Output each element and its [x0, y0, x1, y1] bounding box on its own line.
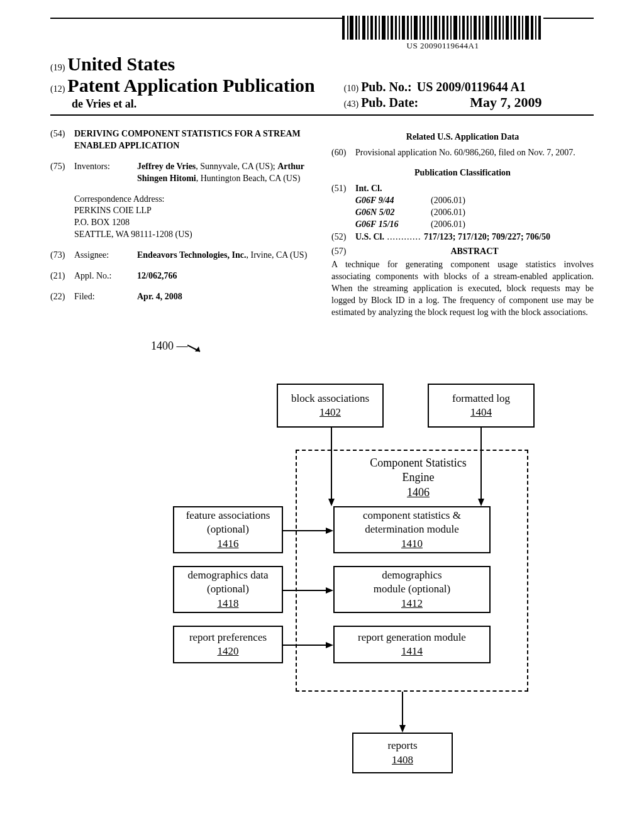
inid-43: (43) [344, 99, 358, 109]
biblio-left: (54) DERIVING COMPONENT STATISTICS FOR A… [50, 128, 313, 319]
publication-type: Patent Application Publication [67, 75, 314, 96]
svg-rect-16 [402, 16, 405, 40]
svg-rect-5 [358, 16, 360, 40]
arrow-icon [187, 343, 206, 355]
svg-rect-9 [375, 16, 377, 40]
svg-rect-32 [467, 16, 469, 40]
inid-73: (73) [50, 250, 74, 262]
svg-rect-47 [525, 16, 529, 40]
inid-22: (22) [50, 291, 74, 303]
biblio-right: Related U.S. Application Data (60) Provi… [331, 128, 594, 319]
pubdate-value: May 7, 2009 [470, 94, 541, 110]
svg-rect-44 [514, 16, 516, 40]
arrow-icon [477, 428, 486, 506]
svg-rect-39 [494, 16, 497, 40]
inid-75: (75) [50, 161, 74, 185]
svg-rect-50 [538, 16, 541, 40]
svg-rect-35 [479, 16, 480, 40]
svg-rect-33 [470, 16, 472, 40]
svg-rect-20 [419, 16, 421, 40]
svg-marker-62 [326, 642, 333, 648]
svg-marker-60 [326, 587, 333, 594]
svg-rect-8 [370, 16, 373, 40]
inid-21: (21) [50, 270, 74, 282]
figure-ref: 1400 — [151, 340, 188, 353]
svg-rect-7 [367, 16, 369, 40]
inid-10: (10) [344, 84, 358, 93]
intcl-row: G06F 9/44(2006.01) [355, 195, 594, 207]
svg-rect-2 [347, 16, 348, 40]
author-line: de Vries et al. [72, 97, 338, 111]
box-formatted-log: formatted log 1404 [428, 384, 535, 428]
svg-rect-40 [499, 16, 501, 40]
assignee-label: Assignee: [74, 250, 137, 262]
svg-rect-28 [450, 16, 452, 40]
svg-rect-21 [423, 16, 425, 40]
svg-rect-31 [462, 16, 465, 40]
correspondence-label: Correspondence Address: [74, 194, 313, 206]
arrow-icon [398, 692, 407, 733]
barcode: US 20090119644A1 [342, 16, 543, 51]
svg-rect-6 [362, 16, 365, 40]
filed-label: Filed: [74, 291, 137, 303]
related-heading: Related U.S. Application Data [331, 132, 594, 142]
svg-rect-43 [511, 16, 512, 40]
box-report-module: report generation module 1414 [333, 626, 491, 663]
box-reports: reports 1408 [352, 733, 453, 773]
svg-marker-64 [399, 725, 406, 733]
svg-rect-36 [482, 16, 484, 40]
svg-marker-54 [328, 499, 335, 506]
svg-rect-24 [434, 16, 437, 40]
svg-rect-26 [442, 16, 445, 40]
applno-label: Appl. No.: [74, 270, 137, 282]
box-report-preferences: report preferences 1420 [173, 626, 283, 663]
inid-52: (52) [331, 231, 355, 243]
pubno-label: Pub. No.: [361, 80, 412, 94]
correspondence-line: P.O. BOX 1208 [74, 217, 313, 229]
box-demographics-module: demographics module (optional) 1412 [333, 566, 491, 613]
filed-value: Apr. 4, 2008 [137, 291, 313, 303]
svg-rect-37 [486, 16, 489, 40]
box-stats-module: component statistics & determination mod… [333, 506, 491, 553]
header: (19) United States (12) Patent Applicati… [50, 53, 594, 116]
uscl-line: U.S. Cl. ............ 717/123; 717/120; … [355, 231, 594, 243]
svg-rect-14 [395, 16, 397, 40]
svg-rect-3 [350, 16, 353, 40]
arrow-icon [283, 586, 333, 595]
box-feature-associations: feature associations (optional) 1416 [173, 506, 283, 553]
barcode-stripes [342, 16, 543, 40]
figure-1400: 1400 — block associations 1402 formatted… [0, 318, 644, 783]
svg-rect-22 [427, 16, 429, 40]
invention-title: DERIVING COMPONENT STATISTICS FOR A STRE… [74, 128, 313, 152]
arrow-icon [283, 526, 333, 535]
arrow-icon [327, 428, 336, 506]
svg-rect-49 [535, 16, 536, 40]
svg-rect-38 [491, 16, 492, 40]
assignee-value: Endeavors Technologies, Inc., Irvine, CA… [137, 250, 313, 262]
pubdate-label: Pub. Date: [361, 96, 418, 109]
arrow-icon [283, 641, 333, 650]
pubclass-heading: Publication Classification [331, 168, 594, 178]
svg-rect-42 [506, 16, 509, 40]
svg-rect-27 [447, 16, 448, 40]
svg-marker-56 [478, 499, 484, 506]
svg-rect-34 [474, 16, 477, 40]
svg-rect-10 [379, 16, 380, 40]
inid-54: (54) [50, 128, 74, 152]
svg-rect-46 [522, 16, 523, 40]
svg-rect-17 [407, 16, 409, 40]
pubno-value: US 2009/0119644 A1 [417, 80, 526, 94]
svg-rect-13 [391, 16, 393, 40]
correspondence-line: PERKINS COIE LLP [74, 205, 313, 217]
inid-12: (12) [50, 84, 65, 94]
svg-rect-19 [414, 16, 418, 40]
svg-rect-29 [453, 16, 457, 40]
svg-rect-15 [399, 16, 400, 40]
inventors-value: Jeffrey de Vries, Sunnyvale, CA (US); Ar… [137, 161, 313, 185]
intcl-label: Int. Cl. [355, 183, 594, 195]
intcl-row: G06F 15/16(2006.01) [355, 219, 594, 231]
svg-rect-4 [355, 16, 357, 40]
inid-57: (57) [331, 246, 355, 258]
barcode-text: US 20090119644A1 [342, 41, 543, 51]
inid-51: (51) [331, 183, 355, 231]
